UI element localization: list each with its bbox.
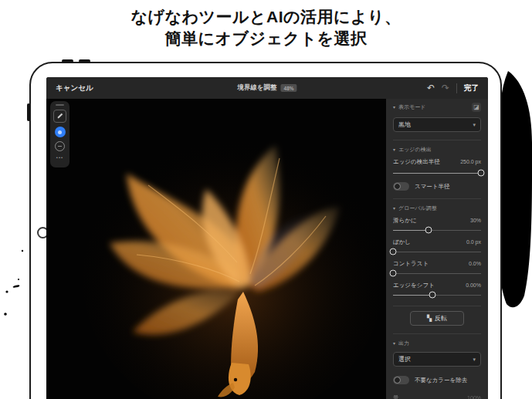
contrast-row: コントラスト 0.0% xyxy=(393,259,481,268)
slider-knob[interactable] xyxy=(425,227,432,234)
slider-knob[interactable] xyxy=(429,292,436,299)
app-bar: キャンセル 境界線を調整 48% ↶ ↷ 完了 xyxy=(46,77,488,99)
power-button xyxy=(27,103,30,121)
radius-value: 250.0 px xyxy=(460,159,481,164)
chevron-down-icon: ▾ xyxy=(393,105,395,110)
refine-edge-title: 境界線を調整 xyxy=(237,83,276,93)
divider xyxy=(393,140,481,140)
smart-radius-label: スマート半径 xyxy=(415,183,450,191)
chevron-down-icon: ▾ xyxy=(473,122,476,128)
redo-icon[interactable]: ↷ xyxy=(442,83,449,93)
slider-knob[interactable] xyxy=(478,170,485,177)
app-bar-title-group: 境界線を調整 48% xyxy=(237,83,296,93)
radius-label: エッジの検出半径 xyxy=(393,158,440,166)
refine-edge-panel: ▾ 表示モード ◪ 黒地 ▾ ▾ エッジの検出 エッジの検出半径 250.0 p… xyxy=(386,99,488,399)
chevron-down-icon: ▾ xyxy=(393,341,395,346)
app-screen: キャンセル 境界線を調整 48% ↶ ↷ 完了 xyxy=(46,77,488,399)
display-mode-dropdown[interactable]: 黒地 ▾ xyxy=(393,117,481,132)
decontaminate-label: 不要なカラーを除去 xyxy=(415,377,467,384)
smart-radius-row: スマート半径 xyxy=(393,182,481,191)
contrast-value: 0.0% xyxy=(469,261,481,266)
invert-button[interactable]: ▚ 反転 xyxy=(410,311,464,326)
cancel-button[interactable]: キャンセル xyxy=(56,83,93,93)
display-mode-header[interactable]: ▾ 表示モード xyxy=(393,103,425,111)
slider-knob[interactable] xyxy=(390,249,397,255)
radius-row: エッジの検出半径 250.0 px xyxy=(393,157,481,166)
radius-slider[interactable] xyxy=(393,168,481,178)
smooth-label: 滑らかに xyxy=(393,217,417,225)
amount-row: 量 100% xyxy=(393,394,481,399)
output-header[interactable]: ▾ 出力 xyxy=(393,340,481,347)
page: なげなわツールとAIの活用により、簡単にオブジェクトを選択 キャンセル 境界線を… xyxy=(0,0,532,399)
smooth-row: 滑らかに 30% xyxy=(393,216,481,225)
output-dropdown[interactable]: 選択 ▾ xyxy=(393,352,481,367)
zoom-badge: 48% xyxy=(281,84,297,92)
chevron-down-icon: ▾ xyxy=(473,357,476,363)
betta-fish-image xyxy=(56,100,380,399)
feather-slider[interactable] xyxy=(393,247,481,256)
chevron-down-icon: ▾ xyxy=(393,206,395,211)
shift-edge-value: 0.00% xyxy=(466,282,481,288)
undo-icon[interactable]: ↶ xyxy=(427,83,435,93)
tool-bar: ••• xyxy=(50,101,69,167)
brush-tool-button[interactable] xyxy=(53,110,66,123)
smart-radius-toggle[interactable] xyxy=(393,182,409,191)
decontaminate-toggle[interactable] xyxy=(393,376,409,384)
decontaminate-row: 不要なカラーを除去 xyxy=(393,376,481,384)
divider xyxy=(393,198,481,199)
display-mode-value: 黒地 xyxy=(398,120,411,129)
smooth-value: 30% xyxy=(470,218,481,223)
amount-label: 量 xyxy=(393,394,399,399)
display-mode-label: 表示モード xyxy=(398,103,425,111)
invert-icon: ▚ xyxy=(427,316,432,322)
add-selection-button[interactable] xyxy=(55,127,66,137)
app-bar-actions: ↶ ↷ 完了 xyxy=(427,83,479,93)
more-options-button[interactable]: ••• xyxy=(56,155,63,160)
feather-row: ぼかし 0.0 px xyxy=(393,238,481,246)
add-icon xyxy=(58,130,62,134)
global-adjust-label: グローバル調整 xyxy=(398,205,437,212)
subtract-selection-button[interactable] xyxy=(55,141,65,151)
divider xyxy=(456,83,457,93)
divider xyxy=(393,333,481,334)
shift-edge-label: エッジをシフト xyxy=(393,282,435,289)
tablet-mockup: キャンセル 境界線を調整 48% ↶ ↷ 完了 xyxy=(29,62,502,399)
contrast-label: コントラスト xyxy=(393,260,429,268)
slider-knob[interactable] xyxy=(390,270,397,277)
shift-edge-row: エッジをシフト 0.00% xyxy=(393,281,481,289)
volume-button-2 xyxy=(79,59,90,63)
invert-button-label: 反転 xyxy=(435,314,447,323)
minus-icon xyxy=(58,146,62,147)
volume-button-1 xyxy=(62,59,73,63)
divider xyxy=(393,306,481,306)
chevron-down-icon: ▾ xyxy=(393,147,395,152)
amount-value: 100% xyxy=(467,395,481,399)
contrast-slider[interactable] xyxy=(393,269,481,278)
global-adjust-header[interactable]: ▾ グローバル調整 xyxy=(393,205,481,212)
shift-edge-slider[interactable] xyxy=(393,290,481,299)
preview-toggle-icon[interactable]: ◪ xyxy=(472,103,481,112)
edge-detection-label: エッジの検出 xyxy=(398,146,432,154)
smooth-slider[interactable] xyxy=(393,225,481,235)
edge-detection-header[interactable]: ▾ エッジの検出 xyxy=(393,146,481,154)
feather-label: ぼかし xyxy=(393,238,411,246)
output-value: 選択 xyxy=(398,355,411,363)
done-button[interactable]: 完了 xyxy=(464,83,479,93)
feather-value: 0.0 px xyxy=(466,239,481,245)
brush-icon xyxy=(56,113,63,120)
toolbar-drag-handle[interactable] xyxy=(56,104,64,106)
output-label: 出力 xyxy=(398,340,409,347)
canvas[interactable] xyxy=(46,99,386,399)
